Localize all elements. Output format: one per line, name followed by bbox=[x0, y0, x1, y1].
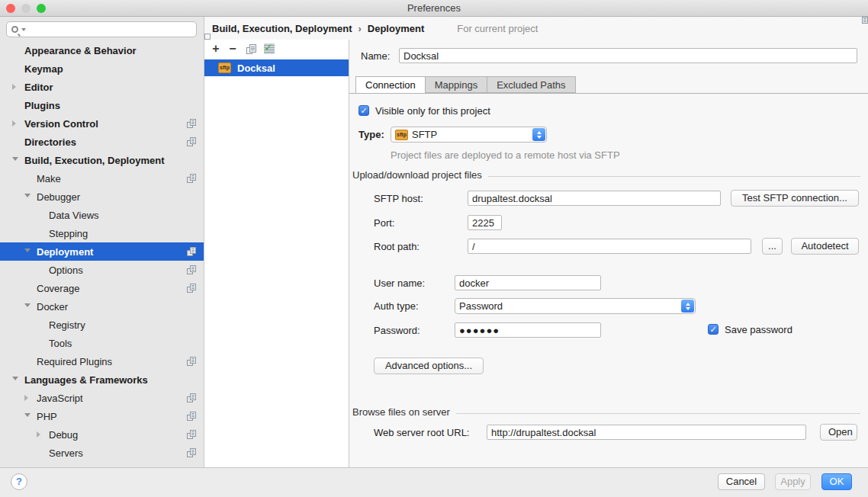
chevron-right-icon[interactable] bbox=[12, 120, 16, 127]
server-list-item[interactable]: sftp Docksal bbox=[204, 59, 349, 76]
auth-type-label: Auth type: bbox=[374, 299, 419, 314]
server-list-panel: + − ✓ sftp Docksal bbox=[204, 40, 349, 467]
sidebar-item-editor[interactable]: Editor bbox=[0, 78, 204, 96]
user-name-label: User name: bbox=[374, 276, 425, 291]
sidebar-item-registry[interactable]: Registry bbox=[0, 316, 204, 334]
minimize-window-icon[interactable] bbox=[21, 4, 31, 13]
chevron-right-icon[interactable] bbox=[24, 395, 28, 401]
tab-bar: ConnectionMappingsExcluded Paths bbox=[355, 76, 576, 94]
port-input[interactable] bbox=[468, 215, 502, 230]
sidebar-item-label: Build, Execution, Deployment bbox=[24, 155, 164, 166]
sidebar-item-languages-frameworks[interactable]: Languages & Frameworks bbox=[0, 370, 204, 389]
autodetect-button[interactable]: Autodetect bbox=[791, 238, 859, 255]
settings-tree: Appearance & BehaviorKeymapEditorPlugins… bbox=[0, 41, 204, 462]
tab-excluded-paths[interactable]: Excluded Paths bbox=[487, 76, 575, 93]
sidebar-item-php[interactable]: PHP bbox=[0, 407, 204, 425]
sidebar-item-label: Languages & Frameworks bbox=[24, 374, 148, 386]
apply-button[interactable]: Apply bbox=[775, 473, 811, 490]
auth-type-value: Password bbox=[459, 300, 503, 312]
chevron-down-icon[interactable] bbox=[12, 157, 18, 161]
breadcrumb-segment[interactable]: Deployment bbox=[368, 23, 424, 34]
remove-server-button[interactable]: − bbox=[226, 42, 240, 56]
close-window-icon[interactable] bbox=[6, 4, 15, 13]
sidebar-item-label: Make bbox=[37, 173, 61, 184]
dropdown-stepper-icon[interactable] bbox=[681, 300, 694, 313]
name-input[interactable] bbox=[399, 48, 857, 63]
copy-icon bbox=[246, 44, 256, 54]
cancel-button[interactable]: Cancel bbox=[718, 473, 765, 490]
chevron-down-icon[interactable] bbox=[24, 303, 31, 307]
upload-section-title: Upload/download project files bbox=[352, 169, 482, 181]
sidebar-item-make[interactable]: Make bbox=[0, 169, 204, 188]
port-label: Port: bbox=[374, 216, 394, 231]
use-as-default-button[interactable]: ✓ bbox=[262, 42, 276, 56]
dropdown-stepper-icon[interactable] bbox=[532, 128, 545, 141]
search-icon bbox=[11, 26, 18, 33]
sidebar-item-debug[interactable]: Debug bbox=[0, 425, 204, 444]
chevron-down-icon[interactable] bbox=[24, 194, 31, 197]
sftp-host-input[interactable] bbox=[468, 191, 721, 206]
chevron-right-icon[interactable] bbox=[12, 84, 16, 90]
sidebar-item-data-views[interactable]: Data Views bbox=[0, 206, 204, 224]
help-button[interactable]: ? bbox=[11, 473, 27, 490]
chevron-down-icon[interactable] bbox=[24, 413, 31, 417]
sidebar-item-javascript[interactable]: JavaScript bbox=[0, 389, 204, 407]
sidebar-item-keymap[interactable]: Keymap bbox=[0, 59, 204, 78]
browse-root-path-button[interactable]: ... bbox=[762, 238, 783, 255]
tab-connection[interactable]: Connection bbox=[355, 76, 426, 94]
sidebar-item-label: Data Views bbox=[49, 210, 99, 221]
sftp-type-icon: sftp bbox=[395, 130, 408, 140]
sidebar-item-tools[interactable]: Tools bbox=[0, 334, 204, 352]
advanced-options-button[interactable]: Advanced options... bbox=[374, 358, 484, 374]
root-path-label: Root path: bbox=[374, 239, 420, 255]
sidebar-item-debugger[interactable]: Debugger bbox=[0, 188, 204, 206]
breadcrumb-separator: › bbox=[358, 23, 361, 34]
zoom-window-icon[interactable] bbox=[37, 4, 46, 13]
visible-only-checkbox[interactable]: ✓ bbox=[358, 105, 369, 116]
sidebar-item-version-control[interactable]: Version Control bbox=[0, 114, 204, 133]
sidebar-item-label: Stepping bbox=[49, 228, 88, 239]
save-password-checkbox[interactable]: ✓ bbox=[708, 324, 719, 335]
copy-server-button[interactable] bbox=[244, 42, 258, 56]
test-sftp-connection-button[interactable]: Test SFTP connection... bbox=[731, 190, 859, 207]
root-path-input[interactable] bbox=[468, 239, 751, 254]
open-button[interactable]: Open bbox=[820, 424, 857, 441]
password-input[interactable] bbox=[455, 322, 601, 338]
save-password-label: Save password bbox=[725, 322, 792, 338]
chevron-down-icon[interactable] bbox=[12, 377, 18, 380]
sidebar-item-coverage[interactable]: Coverage bbox=[0, 279, 204, 297]
sidebar-item-stepping[interactable]: Stepping bbox=[0, 224, 204, 242]
sidebar-item-required-plugins[interactable]: Required Plugins bbox=[0, 352, 204, 370]
ok-button[interactable]: OK bbox=[821, 473, 852, 490]
user-name-input[interactable] bbox=[455, 275, 601, 290]
search-input[interactable] bbox=[6, 21, 197, 37]
server-name: Docksal bbox=[237, 63, 275, 74]
sftp-host-label: SFTP host: bbox=[374, 191, 423, 207]
sidebar-item-servers[interactable]: Servers bbox=[0, 444, 204, 462]
chevron-down-icon[interactable] bbox=[24, 248, 31, 252]
project-scope-icon bbox=[187, 174, 196, 183]
add-server-button[interactable]: + bbox=[209, 42, 223, 56]
web-root-input[interactable] bbox=[487, 425, 806, 440]
server-toolbar: + − ✓ bbox=[204, 40, 349, 59]
plus-icon: + bbox=[212, 42, 219, 56]
auth-type-dropdown[interactable]: Password bbox=[455, 298, 696, 314]
type-dropdown[interactable]: sftp SFTP bbox=[391, 127, 547, 143]
traffic-lights bbox=[6, 4, 46, 13]
project-scope-icon bbox=[187, 430, 196, 439]
sidebar-item-docker[interactable]: Docker bbox=[0, 297, 204, 316]
title-bar: Preferences bbox=[0, 0, 868, 17]
sidebar-item-label: Servers bbox=[49, 447, 83, 459]
sidebar-item-appearance-behavior[interactable]: Appearance & Behavior bbox=[0, 41, 204, 59]
sidebar-item-options[interactable]: Options bbox=[0, 261, 204, 279]
sidebar-item-plugins[interactable]: Plugins bbox=[0, 96, 204, 114]
sidebar-item-build-execution-deployment[interactable]: Build, Execution, Deployment bbox=[0, 151, 204, 169]
breadcrumb-segment[interactable]: Build, Execution, Deployment bbox=[212, 23, 352, 34]
preferences-window: Preferences Appearance & BehaviorKeymapE… bbox=[0, 0, 868, 497]
sidebar-item-label: Docker bbox=[37, 301, 68, 313]
sidebar-item-directories[interactable]: Directories bbox=[0, 133, 204, 151]
sidebar-item-deployment[interactable]: Deployment bbox=[0, 242, 204, 261]
search-options-caret-icon[interactable] bbox=[21, 28, 26, 31]
chevron-right-icon[interactable] bbox=[37, 431, 40, 438]
tab-mappings[interactable]: Mappings bbox=[425, 76, 487, 93]
